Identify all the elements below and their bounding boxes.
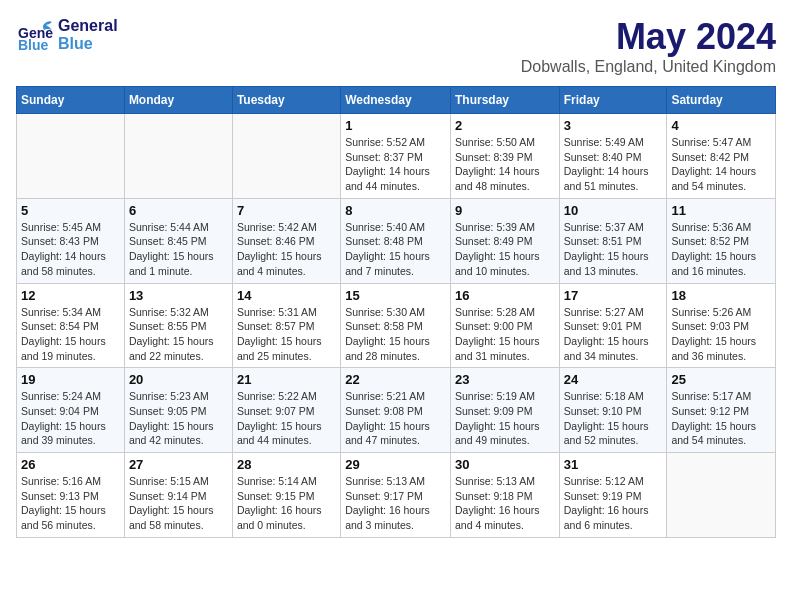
calendar-cell: 28Sunrise: 5:14 AM Sunset: 9:15 PM Dayli… bbox=[232, 453, 340, 538]
calendar-cell: 12Sunrise: 5:34 AM Sunset: 8:54 PM Dayli… bbox=[17, 283, 125, 368]
calendar-week-row: 5Sunrise: 5:45 AM Sunset: 8:43 PM Daylig… bbox=[17, 198, 776, 283]
day-number: 31 bbox=[564, 457, 663, 472]
day-number: 18 bbox=[671, 288, 771, 303]
weekday-header-thursday: Thursday bbox=[450, 87, 559, 114]
day-info: Sunrise: 5:14 AM Sunset: 9:15 PM Dayligh… bbox=[237, 474, 336, 533]
day-number: 10 bbox=[564, 203, 663, 218]
day-info: Sunrise: 5:40 AM Sunset: 8:48 PM Dayligh… bbox=[345, 220, 446, 279]
day-info: Sunrise: 5:30 AM Sunset: 8:58 PM Dayligh… bbox=[345, 305, 446, 364]
day-info: Sunrise: 5:16 AM Sunset: 9:13 PM Dayligh… bbox=[21, 474, 120, 533]
day-number: 11 bbox=[671, 203, 771, 218]
day-number: 27 bbox=[129, 457, 228, 472]
main-title: May 2024 bbox=[521, 16, 776, 58]
weekday-header-monday: Monday bbox=[124, 87, 232, 114]
day-info: Sunrise: 5:15 AM Sunset: 9:14 PM Dayligh… bbox=[129, 474, 228, 533]
day-info: Sunrise: 5:52 AM Sunset: 8:37 PM Dayligh… bbox=[345, 135, 446, 194]
calendar-cell: 24Sunrise: 5:18 AM Sunset: 9:10 PM Dayli… bbox=[559, 368, 667, 453]
calendar-cell: 23Sunrise: 5:19 AM Sunset: 9:09 PM Dayli… bbox=[450, 368, 559, 453]
calendar-cell: 21Sunrise: 5:22 AM Sunset: 9:07 PM Dayli… bbox=[232, 368, 340, 453]
day-info: Sunrise: 5:22 AM Sunset: 9:07 PM Dayligh… bbox=[237, 389, 336, 448]
day-number: 15 bbox=[345, 288, 446, 303]
calendar-cell: 2Sunrise: 5:50 AM Sunset: 8:39 PM Daylig… bbox=[450, 114, 559, 199]
calendar-cell bbox=[667, 453, 776, 538]
logo-general: General bbox=[58, 17, 118, 35]
day-info: Sunrise: 5:18 AM Sunset: 9:10 PM Dayligh… bbox=[564, 389, 663, 448]
day-number: 13 bbox=[129, 288, 228, 303]
day-info: Sunrise: 5:19 AM Sunset: 9:09 PM Dayligh… bbox=[455, 389, 555, 448]
calendar-cell: 6Sunrise: 5:44 AM Sunset: 8:45 PM Daylig… bbox=[124, 198, 232, 283]
day-info: Sunrise: 5:47 AM Sunset: 8:42 PM Dayligh… bbox=[671, 135, 771, 194]
day-number: 20 bbox=[129, 372, 228, 387]
day-info: Sunrise: 5:13 AM Sunset: 9:17 PM Dayligh… bbox=[345, 474, 446, 533]
day-number: 3 bbox=[564, 118, 663, 133]
calendar-cell: 20Sunrise: 5:23 AM Sunset: 9:05 PM Dayli… bbox=[124, 368, 232, 453]
calendar-cell: 3Sunrise: 5:49 AM Sunset: 8:40 PM Daylig… bbox=[559, 114, 667, 199]
calendar-cell: 5Sunrise: 5:45 AM Sunset: 8:43 PM Daylig… bbox=[17, 198, 125, 283]
day-info: Sunrise: 5:37 AM Sunset: 8:51 PM Dayligh… bbox=[564, 220, 663, 279]
calendar-cell: 10Sunrise: 5:37 AM Sunset: 8:51 PM Dayli… bbox=[559, 198, 667, 283]
calendar-cell: 15Sunrise: 5:30 AM Sunset: 8:58 PM Dayli… bbox=[341, 283, 451, 368]
day-number: 23 bbox=[455, 372, 555, 387]
calendar-cell: 4Sunrise: 5:47 AM Sunset: 8:42 PM Daylig… bbox=[667, 114, 776, 199]
title-section: May 2024 Dobwalls, England, United Kingd… bbox=[521, 16, 776, 76]
calendar-cell: 26Sunrise: 5:16 AM Sunset: 9:13 PM Dayli… bbox=[17, 453, 125, 538]
calendar-week-row: 12Sunrise: 5:34 AM Sunset: 8:54 PM Dayli… bbox=[17, 283, 776, 368]
day-info: Sunrise: 5:49 AM Sunset: 8:40 PM Dayligh… bbox=[564, 135, 663, 194]
day-info: Sunrise: 5:21 AM Sunset: 9:08 PM Dayligh… bbox=[345, 389, 446, 448]
calendar-cell: 7Sunrise: 5:42 AM Sunset: 8:46 PM Daylig… bbox=[232, 198, 340, 283]
day-info: Sunrise: 5:34 AM Sunset: 8:54 PM Dayligh… bbox=[21, 305, 120, 364]
calendar-cell: 30Sunrise: 5:13 AM Sunset: 9:18 PM Dayli… bbox=[450, 453, 559, 538]
day-number: 25 bbox=[671, 372, 771, 387]
page-header: General Blue General Blue May 2024 Dobwa… bbox=[16, 16, 776, 76]
day-number: 30 bbox=[455, 457, 555, 472]
calendar-cell: 1Sunrise: 5:52 AM Sunset: 8:37 PM Daylig… bbox=[341, 114, 451, 199]
day-info: Sunrise: 5:28 AM Sunset: 9:00 PM Dayligh… bbox=[455, 305, 555, 364]
day-number: 16 bbox=[455, 288, 555, 303]
day-info: Sunrise: 5:31 AM Sunset: 8:57 PM Dayligh… bbox=[237, 305, 336, 364]
day-number: 1 bbox=[345, 118, 446, 133]
calendar-cell: 25Sunrise: 5:17 AM Sunset: 9:12 PM Dayli… bbox=[667, 368, 776, 453]
day-number: 14 bbox=[237, 288, 336, 303]
calendar-table: SundayMondayTuesdayWednesdayThursdayFrid… bbox=[16, 86, 776, 538]
day-number: 12 bbox=[21, 288, 120, 303]
calendar-cell: 29Sunrise: 5:13 AM Sunset: 9:17 PM Dayli… bbox=[341, 453, 451, 538]
weekday-header-tuesday: Tuesday bbox=[232, 87, 340, 114]
calendar-body: 1Sunrise: 5:52 AM Sunset: 8:37 PM Daylig… bbox=[17, 114, 776, 538]
calendar-cell: 16Sunrise: 5:28 AM Sunset: 9:00 PM Dayli… bbox=[450, 283, 559, 368]
calendar-cell: 8Sunrise: 5:40 AM Sunset: 8:48 PM Daylig… bbox=[341, 198, 451, 283]
day-info: Sunrise: 5:23 AM Sunset: 9:05 PM Dayligh… bbox=[129, 389, 228, 448]
day-info: Sunrise: 5:17 AM Sunset: 9:12 PM Dayligh… bbox=[671, 389, 771, 448]
day-info: Sunrise: 5:39 AM Sunset: 8:49 PM Dayligh… bbox=[455, 220, 555, 279]
day-number: 21 bbox=[237, 372, 336, 387]
calendar-cell: 11Sunrise: 5:36 AM Sunset: 8:52 PM Dayli… bbox=[667, 198, 776, 283]
day-number: 19 bbox=[21, 372, 120, 387]
logo-text: General Blue bbox=[58, 17, 118, 52]
subtitle: Dobwalls, England, United Kingdom bbox=[521, 58, 776, 76]
day-info: Sunrise: 5:42 AM Sunset: 8:46 PM Dayligh… bbox=[237, 220, 336, 279]
day-number: 29 bbox=[345, 457, 446, 472]
day-number: 8 bbox=[345, 203, 446, 218]
svg-text:Blue: Blue bbox=[18, 37, 49, 53]
day-info: Sunrise: 5:24 AM Sunset: 9:04 PM Dayligh… bbox=[21, 389, 120, 448]
calendar-week-row: 19Sunrise: 5:24 AM Sunset: 9:04 PM Dayli… bbox=[17, 368, 776, 453]
day-info: Sunrise: 5:27 AM Sunset: 9:01 PM Dayligh… bbox=[564, 305, 663, 364]
weekday-header-wednesday: Wednesday bbox=[341, 87, 451, 114]
calendar-cell: 22Sunrise: 5:21 AM Sunset: 9:08 PM Dayli… bbox=[341, 368, 451, 453]
logo: General Blue General Blue bbox=[16, 16, 118, 54]
calendar-week-row: 1Sunrise: 5:52 AM Sunset: 8:37 PM Daylig… bbox=[17, 114, 776, 199]
day-number: 24 bbox=[564, 372, 663, 387]
weekday-header-saturday: Saturday bbox=[667, 87, 776, 114]
calendar-header: SundayMondayTuesdayWednesdayThursdayFrid… bbox=[17, 87, 776, 114]
day-number: 28 bbox=[237, 457, 336, 472]
calendar-cell bbox=[124, 114, 232, 199]
weekday-header-sunday: Sunday bbox=[17, 87, 125, 114]
calendar-cell: 17Sunrise: 5:27 AM Sunset: 9:01 PM Dayli… bbox=[559, 283, 667, 368]
day-number: 5 bbox=[21, 203, 120, 218]
logo-icon: General Blue bbox=[16, 16, 54, 54]
calendar-cell: 14Sunrise: 5:31 AM Sunset: 8:57 PM Dayli… bbox=[232, 283, 340, 368]
day-info: Sunrise: 5:26 AM Sunset: 9:03 PM Dayligh… bbox=[671, 305, 771, 364]
calendar-cell: 31Sunrise: 5:12 AM Sunset: 9:19 PM Dayli… bbox=[559, 453, 667, 538]
day-number: 17 bbox=[564, 288, 663, 303]
day-number: 22 bbox=[345, 372, 446, 387]
calendar-week-row: 26Sunrise: 5:16 AM Sunset: 9:13 PM Dayli… bbox=[17, 453, 776, 538]
